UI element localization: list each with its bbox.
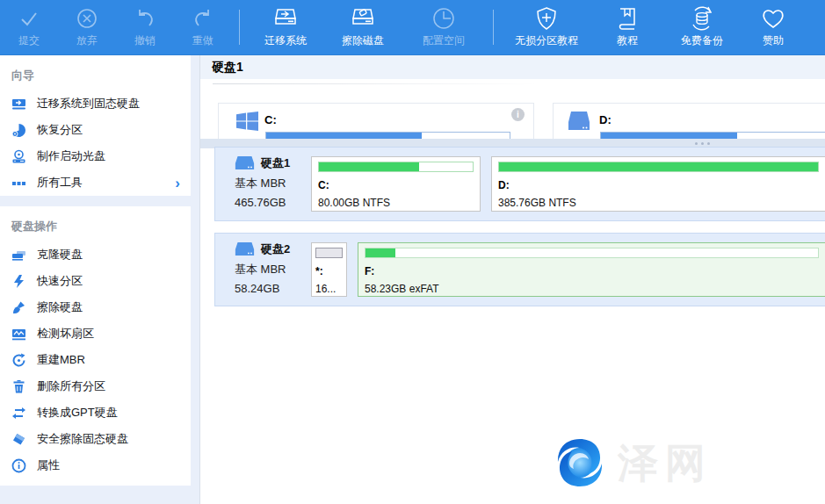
shield-plus-icon [534, 5, 559, 32]
windows-logo [236, 112, 258, 131]
disk-row-1: 硬盘1 基本 MBR 465.76GB C: 80.00GB NTFS [214, 147, 825, 221]
all-tools-dots-icon [11, 176, 26, 191]
partition-list: C: 80.00GB NTFS D: 385.76GB NTFS [311, 156, 825, 212]
toolbar: 提交 放弃 撤销 重做 迁移系统 [0, 0, 825, 55]
quick-partition-bolt-icon [11, 274, 26, 289]
sidebar-item-secure-erase-ssd[interactable]: 安全擦除固态硬盘 [0, 426, 191, 452]
toolbar-separator [493, 10, 494, 45]
partition-usage-fill [499, 162, 818, 171]
sidebar-item-all-tools[interactable]: 所有工具 › [0, 169, 191, 196]
disk-overview-strip: C: i D: [200, 84, 825, 148]
partition-d[interactable]: D: 385.76GB NTFS [491, 156, 825, 212]
sidebar: 向导 迁移系统到固态硬盘 恢复分区 制作启动光盘 [0, 55, 199, 504]
watermark-text: 泽网 [618, 435, 713, 491]
hard-drive-icon [568, 111, 590, 132]
partition-usage-bar [318, 162, 474, 172]
redo-arrow-icon [192, 5, 214, 32]
disk-type: 基本 MBR [235, 262, 290, 277]
watermark-swirl-logo [551, 435, 609, 491]
hard-drive-icon [235, 155, 255, 171]
sidebar-item-migrate-to-ssd[interactable]: 迁移系统到固态硬盘 [0, 90, 191, 117]
tab-disk1[interactable]: 硬盘1 [200, 55, 825, 79]
partition-usage-bar [365, 248, 819, 258]
main-area: 硬盘1 C: i D: [199, 55, 825, 504]
partition-usage-bar [498, 162, 819, 172]
disk-info: 硬盘1 基本 MBR 465.76GB [235, 155, 290, 209]
partition-label: *: [315, 265, 343, 277]
drive-letter: D: [599, 113, 612, 126]
sidebar-item-bootable-media[interactable]: 制作启动光盘 [0, 143, 191, 169]
toolbar-separator [239, 10, 240, 45]
watermark: 泽网 [551, 435, 713, 491]
migrate-system-button[interactable]: 迁移系统 [247, 0, 324, 54]
sidebar-item-recover-partition[interactable]: 恢复分区 [0, 117, 191, 143]
bad-sector-scan-icon [11, 327, 26, 342]
scrollbar-grip-dots [695, 142, 710, 145]
partition-c[interactable]: C: 80.00GB NTFS [311, 156, 481, 212]
partition-usage-bar [315, 248, 343, 258]
backup-sync-icon [689, 5, 715, 32]
partition-usage-fill [365, 248, 395, 257]
properties-info-icon [11, 458, 26, 473]
undo-button[interactable]: 撤销 [116, 0, 174, 54]
donate-button[interactable]: 赞助 [742, 0, 805, 54]
partition-usage-fill [316, 248, 342, 257]
disk-name: 硬盘2 [261, 241, 290, 257]
partition-unlabeled[interactable]: *: 16... [311, 242, 347, 297]
section-title: 硬盘操作 [0, 206, 191, 241]
info-icon[interactable]: i [511, 108, 525, 121]
chevron-right-icon: › [175, 176, 180, 191]
partition-info: 16... [315, 283, 343, 295]
lossless-partition-tutorial-button[interactable]: 无损分区教程 [501, 0, 592, 54]
sidebar-item-rebuild-mbr[interactable]: 重建MBR [0, 347, 191, 373]
sidebar-item-convert-to-gpt[interactable]: 转换成GPT硬盘 [0, 400, 191, 426]
discard-button[interactable]: 放弃 [58, 0, 116, 54]
partition-label: D: [498, 179, 819, 191]
commit-button[interactable]: 提交 [0, 0, 58, 54]
sidebar-section-wizard: 向导 迁移系统到固态硬盘 恢复分区 制作启动光盘 [0, 55, 191, 196]
wipe-brush-icon [11, 300, 26, 315]
hard-drive-icon [235, 241, 255, 257]
disk-info: 硬盘2 基本 MBR 58.24GB [235, 241, 290, 295]
disk-size: 58.24GB [235, 282, 290, 295]
delete-all-trash-icon [11, 379, 26, 394]
book-icon [616, 5, 639, 32]
disk-row-2: 硬盘2 基本 MBR 58.24GB *: 16... F: [214, 233, 825, 306]
disk-name: 硬盘1 [261, 155, 290, 171]
commit-check-icon [18, 5, 40, 32]
migrate-to-ssd-icon [11, 97, 26, 112]
partition-f-selected[interactable]: F: 58.23GB exFAT [358, 242, 825, 297]
disk-type: 基本 MBR [235, 176, 290, 191]
partition-assistant-window: 提交 放弃 撤销 重做 迁移系统 [0, 0, 825, 504]
free-backup-button[interactable]: 免费备份 [662, 0, 742, 54]
sidebar-item-properties[interactable]: 属性 [0, 452, 191, 479]
sidebar-item-delete-all-partitions[interactable]: 删除所有分区 [0, 373, 191, 400]
discard-circle-x-icon [76, 5, 98, 32]
sidebar-item-check-bad-sectors[interactable]: 检测坏扇区 [0, 320, 191, 347]
redo-button[interactable]: 重做 [174, 0, 232, 54]
partition-list: *: 16... F: 58.23GB exFAT [311, 242, 825, 297]
sidebar-item-clone-disk[interactable]: 克隆硬盘 [0, 241, 191, 268]
clone-disk-icon [11, 248, 26, 263]
tutorial-button[interactable]: 教程 [592, 0, 662, 54]
sidebar-item-wipe-disk[interactable]: 擦除硬盘 [0, 294, 191, 320]
allocate-space-button[interactable]: 配置空间 [402, 0, 486, 54]
partition-label: C: [318, 179, 474, 191]
migrate-system-disk-icon [272, 5, 299, 32]
convert-gpt-sync-icon [11, 406, 26, 421]
sidebar-section-gap [0, 196, 199, 206]
wipe-disk-icon [350, 5, 376, 32]
partition-info: 58.23GB exFAT [365, 283, 819, 295]
undo-arrow-icon [134, 5, 156, 32]
sidebar-section-disk-operations: 硬盘操作 克隆硬盘 快速分区 擦除硬盘 [0, 206, 191, 486]
sidebar-item-quick-partition[interactable]: 快速分区 [0, 268, 191, 294]
allocate-space-clock-icon [431, 5, 456, 32]
disk-size: 465.76GB [235, 196, 290, 209]
secure-erase-eraser-icon [11, 432, 26, 447]
bootable-media-icon [11, 149, 26, 164]
section-title: 向导 [0, 55, 191, 90]
recover-partition-pie-icon [11, 123, 26, 138]
partition-usage-fill [319, 162, 419, 171]
wipe-disk-button[interactable]: 擦除磁盘 [324, 0, 402, 54]
partition-info: 80.00GB NTFS [318, 197, 474, 209]
